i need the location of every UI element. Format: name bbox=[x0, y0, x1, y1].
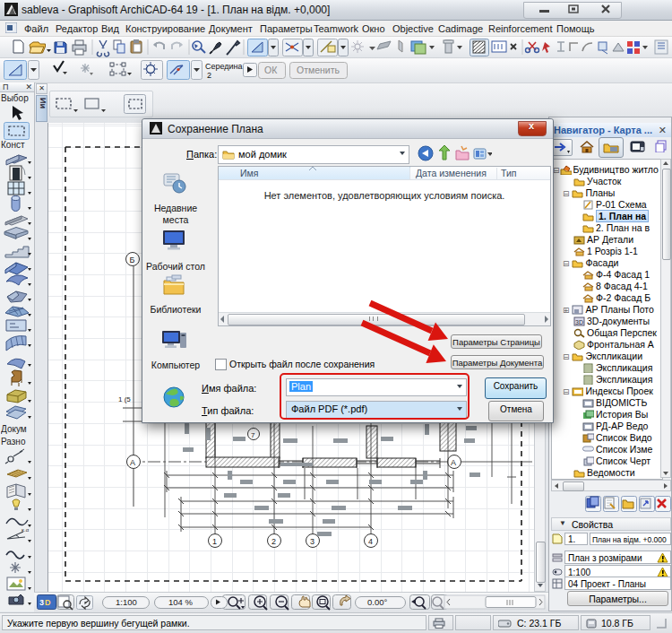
svg-text:104 %: 104 % bbox=[168, 597, 193, 607]
svg-text:1 (5: 1 (5 bbox=[118, 395, 131, 403]
svg-text:ОК: ОК bbox=[264, 65, 278, 75]
svg-text:А: А bbox=[451, 458, 456, 467]
svg-text:3: 3 bbox=[310, 537, 314, 546]
svg-text:1:100: 1:100 bbox=[116, 597, 137, 607]
svg-text:1: 1 bbox=[212, 537, 217, 546]
svg-text:4: 4 bbox=[368, 537, 373, 546]
svg-text:А: А bbox=[130, 458, 135, 467]
svg-text:3: 3 bbox=[39, 598, 44, 607]
svg-text:2: 2 bbox=[207, 71, 211, 80]
svg-text:0.00°: 0.00° bbox=[367, 597, 387, 607]
svg-text:D: D bbox=[45, 598, 51, 607]
svg-text:Б: Б bbox=[130, 256, 135, 264]
svg-text:7: 7 bbox=[251, 431, 255, 439]
svg-text:Середина: Середина bbox=[205, 62, 243, 71]
svg-text:Отменить: Отменить bbox=[297, 65, 340, 75]
svg-text:3D: 3D bbox=[575, 319, 583, 325]
svg-text:2: 2 bbox=[271, 537, 276, 546]
svg-text:κ.α: κ.α bbox=[22, 527, 30, 533]
